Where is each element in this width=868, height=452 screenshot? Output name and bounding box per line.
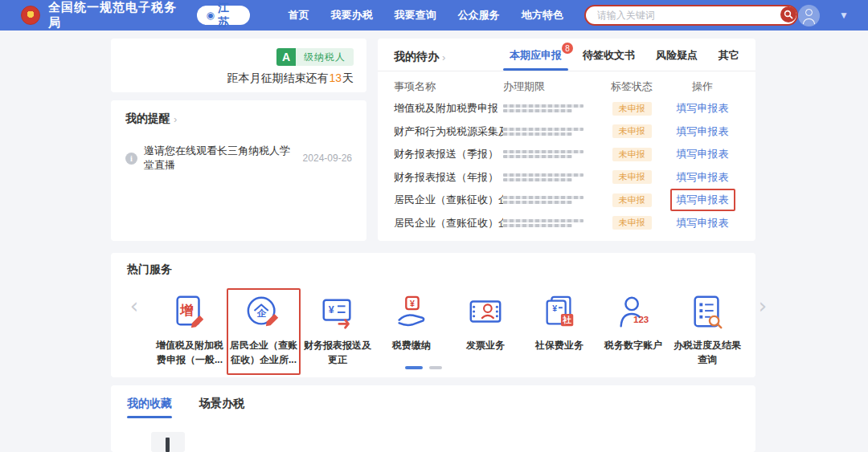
fill-declaration-link[interactable]: 填写申报表 bbox=[670, 143, 735, 165]
tax-payment-icon: ¥ bbox=[393, 294, 430, 331]
todo-count-badge: 8 bbox=[562, 43, 573, 54]
service-tax-progress-query[interactable]: 办税进度及结果查询 bbox=[670, 288, 744, 375]
carousel-dots bbox=[405, 366, 442, 369]
redacted-deadline bbox=[503, 104, 583, 112]
svg-text:¥: ¥ bbox=[552, 303, 557, 313]
redacted-deadline bbox=[503, 150, 583, 158]
invoice-icon bbox=[467, 294, 504, 331]
fill-declaration-link[interactable]: 填写申报表 bbox=[670, 120, 735, 143]
days-remaining: 13 bbox=[328, 71, 342, 84]
search-bar bbox=[584, 5, 798, 26]
table-row-highlighted: 居民企业（查账征收）企业所得税月（... 未申报 填写申报表 bbox=[394, 189, 739, 212]
social-insurance-icon: ¥ 社 bbox=[541, 294, 578, 331]
user-avatar[interactable] bbox=[798, 5, 820, 26]
tax-progress-query-icon bbox=[689, 294, 726, 331]
top-navbar: 全国统一规范电子税务局 ◉ 江苏 首页 我要办税 我要查询 公众服务 地方特色 … bbox=[0, 0, 868, 31]
fill-declaration-link[interactable]: 填写申报表 bbox=[670, 166, 735, 189]
resident-enterprise-income-tax-icon: 企 bbox=[245, 294, 282, 331]
redacted-deadline bbox=[503, 128, 583, 136]
my-reminders-card: 我的提醒 › i 邀请您在线观看长三角纳税人学堂直播 2024-09-26 bbox=[111, 100, 366, 241]
redacted-deadline bbox=[503, 196, 583, 204]
table-row: 居民企业（查账征收）企业所得税年度... 未申报 填写申报表 bbox=[394, 212, 739, 235]
national-emblem-icon bbox=[21, 6, 40, 25]
col-status: 标签状态 bbox=[598, 79, 665, 94]
carousel-dot[interactable] bbox=[429, 366, 442, 369]
grade-letter: A bbox=[276, 48, 296, 66]
service-invoice[interactable]: 发票业务 bbox=[448, 288, 522, 375]
chevron-down-icon[interactable]: ▼ bbox=[839, 10, 849, 21]
tab-documents-to-sign[interactable]: 待签收文书 bbox=[583, 48, 635, 71]
nav-query[interactable]: 我要查询 bbox=[395, 8, 436, 22]
col-item-name: 事项名称 bbox=[394, 79, 503, 94]
divider bbox=[378, 71, 755, 71]
location-pin-icon: ◉ bbox=[207, 10, 215, 21]
svg-text:123: 123 bbox=[633, 315, 649, 324]
site-title: 全国统一规范电子税务局 bbox=[48, 0, 189, 31]
carousel-dot-active[interactable] bbox=[405, 366, 423, 369]
service-tax-digital-account[interactable]: 123 税务数字账户 bbox=[596, 288, 670, 375]
taxpayer-grade-badge: A 级纳税人 bbox=[276, 48, 354, 66]
tab-current-declarations[interactable]: 本期应申报 8 bbox=[510, 48, 562, 71]
table-row: 财务报表报送（季报） 未申报 填写申报表 bbox=[394, 143, 739, 166]
service-resident-enterprise-income-tax[interactable]: 企 居民企业（查账征收）企业所... bbox=[227, 288, 301, 375]
nav-public-service[interactable]: 公众服务 bbox=[458, 8, 500, 22]
table-header: 事项名称 办理期限 标签状态 操作 bbox=[394, 76, 739, 97]
favorites-tabs: 我的收藏 场景办税 bbox=[127, 397, 739, 418]
fill-declaration-link-highlighted[interactable]: 填写申报表 bbox=[670, 189, 735, 211]
tab-scenario-tax[interactable]: 场景办税 bbox=[199, 397, 244, 418]
favorite-item-partial[interactable] bbox=[151, 432, 185, 452]
table-row: 增值税及附加税费申报（一般纳税人适... 未申报 填写申报表 bbox=[394, 97, 739, 120]
reminder-text[interactable]: 邀请您在线观看长三角纳税人学堂直播 bbox=[144, 144, 293, 173]
carousel-next-icon[interactable]: › bbox=[755, 288, 770, 324]
fill-declaration-link[interactable]: 填写申报表 bbox=[670, 212, 735, 234]
taxpayer-grade-card: A 级纳税人 距本月征期结束还有13天 bbox=[111, 39, 366, 92]
service-tax-payment[interactable]: ¥ 税费缴纳 bbox=[375, 288, 448, 375]
info-icon: i bbox=[125, 153, 137, 165]
status-badge: 未申报 bbox=[612, 102, 652, 116]
logo: 全国统一规范电子税务局 ◉ 江苏 bbox=[21, 0, 250, 31]
reminder-date: 2024-09-26 bbox=[303, 153, 352, 164]
fill-declaration-link[interactable]: 填写申报表 bbox=[670, 97, 735, 120]
chevron-right-icon: › bbox=[442, 51, 445, 63]
location-label: 江苏 bbox=[218, 1, 240, 30]
status-badge: 未申报 bbox=[612, 216, 652, 230]
vat-declare-icon: 增 bbox=[171, 294, 208, 331]
tax-digital-account-icon: 123 bbox=[615, 294, 652, 331]
search-input[interactable] bbox=[584, 5, 798, 26]
collection-period-countdown: 距本月征期结束还有13天 bbox=[227, 71, 354, 86]
col-action: 操作 bbox=[665, 79, 739, 94]
todo-tabs: 本期应申报 8 待签收文书 风险疑点 其它 bbox=[510, 48, 739, 71]
svg-text:¥: ¥ bbox=[329, 304, 334, 316]
status-badge: 未申报 bbox=[612, 148, 652, 161]
svg-text:增: 增 bbox=[179, 303, 194, 317]
hot-services-title: 热门服务 bbox=[127, 263, 739, 277]
favorites-card: 我的收藏 场景办税 bbox=[111, 385, 755, 452]
my-todo-card: 我的待办 › 本期应申报 8 待签收文书 风险疑点 其它 事项名称 办理期限 标… bbox=[378, 39, 755, 241]
status-badge: 未申报 bbox=[612, 124, 652, 138]
svg-text:¥: ¥ bbox=[410, 299, 415, 308]
reminders-title[interactable]: 我的提醒 › bbox=[125, 112, 352, 126]
service-vat-declaration[interactable]: 增 增值税及附加税费申报（一般... bbox=[153, 288, 227, 375]
reminder-item[interactable]: i 邀请您在线观看长三角纳税人学堂直播 2024-09-26 bbox=[125, 144, 352, 173]
location-switcher[interactable]: ◉ 江苏 bbox=[197, 6, 250, 25]
status-badge: 未申报 bbox=[612, 170, 652, 184]
main-nav: 首页 我要办税 我要查询 公众服务 地方特色 bbox=[289, 8, 563, 22]
search-button[interactable] bbox=[780, 6, 796, 22]
chevron-right-icon: › bbox=[174, 113, 177, 125]
service-financial-report[interactable]: ¥ 财务报表报送及更正 bbox=[301, 288, 375, 375]
redacted-deadline bbox=[503, 219, 583, 227]
partial-icon bbox=[166, 438, 170, 452]
tab-others[interactable]: 其它 bbox=[719, 48, 739, 71]
nav-home[interactable]: 首页 bbox=[289, 8, 309, 22]
nav-local-features[interactable]: 地方特色 bbox=[522, 8, 563, 22]
todo-title[interactable]: 我的待办 › bbox=[394, 48, 445, 64]
service-social-insurance[interactable]: ¥ 社 社保费业务 bbox=[522, 288, 596, 375]
redacted-deadline bbox=[503, 173, 583, 181]
col-deadline: 办理期限 bbox=[503, 79, 598, 94]
tab-risk-points[interactable]: 风险疑点 bbox=[656, 48, 698, 71]
svg-text:社: 社 bbox=[562, 315, 571, 324]
nav-tax-handling[interactable]: 我要办税 bbox=[331, 8, 373, 22]
service-list: 增 增值税及附加税费申报（一般... 企 居民企业（查账征收）企业所... ¥ bbox=[141, 288, 755, 375]
tab-my-favorites[interactable]: 我的收藏 bbox=[127, 397, 172, 418]
carousel-prev-icon[interactable]: ‹ bbox=[127, 288, 141, 324]
